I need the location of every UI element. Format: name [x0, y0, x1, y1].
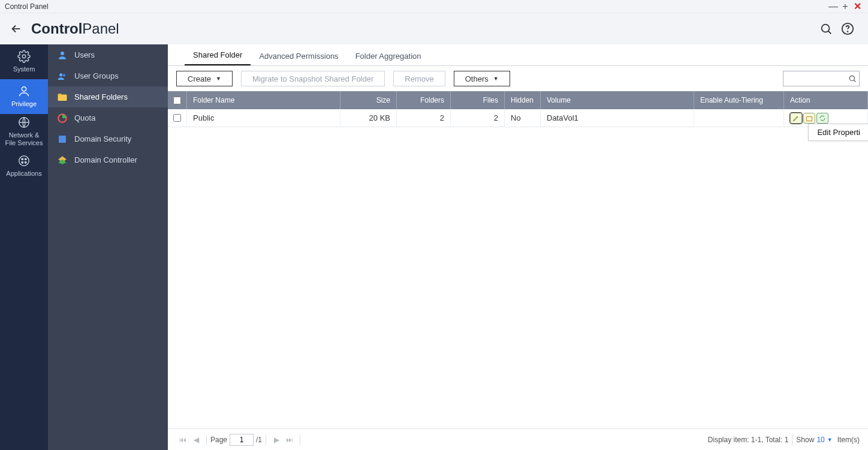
svg-point-17: [849, 76, 854, 80]
column-files[interactable]: Files: [451, 91, 505, 109]
svg-point-6: [19, 156, 29, 166]
search-icon[interactable]: [815, 22, 837, 35]
column-size[interactable]: Size: [340, 91, 397, 109]
folder-share-icon: [56, 91, 68, 103]
row-checkbox[interactable]: [173, 114, 181, 122]
svg-point-13: [63, 74, 66, 77]
cell-size: 20 KB: [340, 109, 397, 127]
page-size-value[interactable]: 10: [816, 436, 824, 444]
display-summary: Display item: 1-1, Total: 1: [708, 436, 789, 444]
cell-volume: DataVol1: [541, 109, 694, 127]
svg-point-7: [22, 158, 23, 160]
page-input[interactable]: [230, 434, 254, 446]
table-search-input[interactable]: [786, 74, 848, 83]
app-header: ControlPanel: [0, 13, 868, 44]
sidebar-item-users[interactable]: Users: [48, 44, 168, 65]
cell-hidden: No: [505, 109, 541, 127]
shield-icon: [56, 133, 68, 145]
svg-point-10: [25, 162, 26, 164]
items-label: Item(s): [837, 436, 860, 444]
rail-item-applications[interactable]: Applications: [0, 149, 48, 184]
back-button[interactable]: [10, 22, 23, 35]
globe-icon: [17, 116, 31, 129]
svg-point-8: [25, 158, 26, 160]
svg-point-12: [59, 73, 62, 76]
app-title: ControlPanel: [31, 20, 119, 37]
rail-item-system[interactable]: System: [0, 44, 48, 79]
others-button[interactable]: Others▼: [454, 71, 510, 86]
column-folders[interactable]: Folders: [397, 91, 451, 109]
help-icon[interactable]: [837, 22, 858, 35]
maximize-button[interactable]: +: [839, 1, 851, 12]
table-header: Folder Name Size Folders Files Hidden Vo…: [168, 91, 868, 109]
sidebar-item-domain-security[interactable]: Domain Security: [48, 128, 168, 149]
create-button[interactable]: Create▼: [176, 71, 233, 86]
column-hidden[interactable]: Hidden: [505, 91, 541, 109]
toolbar: Create▼ Migrate to Snapshot Shared Folde…: [168, 66, 868, 91]
column-folder-name[interactable]: Folder Name: [187, 91, 340, 109]
chevron-down-icon[interactable]: ▼: [827, 437, 833, 443]
window-title: Control Panel: [5, 2, 49, 11]
rail-item-network[interactable]: Network & File Services: [0, 114, 48, 149]
sidebar-item-shared-folders[interactable]: Shared Folders: [48, 86, 168, 107]
last-page-button[interactable]: ⏭: [283, 436, 296, 444]
remove-button[interactable]: Remove: [393, 71, 445, 86]
user-head-icon: [56, 49, 68, 61]
rail-item-privilege[interactable]: Privilege: [0, 79, 48, 114]
cell-files: 2: [451, 109, 505, 127]
chevron-down-icon: ▼: [216, 76, 221, 82]
users-icon: [56, 70, 68, 82]
controller-icon: [56, 154, 68, 166]
column-checkbox[interactable]: [168, 91, 187, 109]
tab-folder-aggregation[interactable]: Folder Aggregation: [347, 47, 430, 65]
gear-icon: [17, 50, 31, 63]
prev-page-button[interactable]: ◀: [189, 436, 203, 444]
permissions-icon[interactable]: [803, 113, 815, 124]
cell-folders: 2: [397, 109, 451, 127]
user-icon: [17, 85, 31, 98]
tab-shared-folder[interactable]: Shared Folder: [185, 46, 251, 65]
column-auto-tiering[interactable]: Enable Auto-Tiering: [694, 91, 784, 109]
cell-folder-name: Public: [187, 109, 340, 127]
cell-auto-tiering: [694, 109, 784, 127]
svg-point-4: [22, 87, 26, 91]
svg-point-3: [22, 55, 26, 59]
svg-point-0: [822, 25, 830, 32]
svg-rect-16: [59, 136, 66, 143]
table-row[interactable]: Public 20 KB 2 2 No DataVol1: [168, 109, 868, 127]
pagination-bar: ⏮ ◀ Page /1 ▶ ⏭ Display item: 1-1, Total…: [168, 428, 868, 450]
tab-advanced-permissions[interactable]: Advanced Permissions: [251, 47, 346, 65]
first-page-button[interactable]: ⏮: [176, 436, 189, 444]
svg-point-2: [848, 31, 848, 32]
svg-rect-14: [58, 94, 67, 101]
svg-point-11: [61, 52, 64, 55]
sidebar-item-domain-controller[interactable]: Domain Controller: [48, 149, 168, 170]
sidebar-item-quota[interactable]: Quota: [48, 107, 168, 128]
svg-point-9: [22, 162, 23, 164]
migrate-button[interactable]: Migrate to Snapshot Shared Folder: [241, 71, 385, 86]
tooltip-edit-properties: Edit Properti: [808, 124, 868, 141]
show-label: Show: [796, 436, 814, 444]
apps-icon: [17, 154, 31, 167]
shared-folders-table: Folder Name Size Folders Files Hidden Vo…: [168, 91, 868, 428]
secondary-sidebar: Users User Groups Shared Folders Quota D…: [48, 44, 168, 450]
minimize-button[interactable]: —: [827, 1, 839, 12]
content-area: Shared Folder Advanced Permissions Folde…: [168, 44, 868, 450]
close-button[interactable]: ✕: [851, 1, 863, 12]
search-icon: [848, 74, 857, 83]
chevron-down-icon: ▼: [493, 76, 499, 82]
pie-icon: [56, 112, 68, 124]
select-all-checkbox[interactable]: [173, 97, 181, 104]
column-action[interactable]: Action: [784, 91, 868, 109]
tab-bar: Shared Folder Advanced Permissions Folde…: [168, 44, 868, 66]
page-total: /1: [256, 436, 262, 444]
window-title-bar: Control Panel — + ✕: [0, 0, 868, 13]
next-page-button[interactable]: ▶: [270, 436, 283, 444]
edit-properties-icon[interactable]: [790, 113, 802, 124]
table-search-box[interactable]: [783, 71, 860, 86]
primary-nav-rail: System Privilege Network & File Services…: [0, 44, 48, 450]
page-label: Page: [210, 436, 227, 444]
column-volume[interactable]: Volume: [541, 91, 694, 109]
sidebar-item-user-groups[interactable]: User Groups: [48, 65, 168, 86]
refresh-icon[interactable]: [816, 113, 828, 124]
